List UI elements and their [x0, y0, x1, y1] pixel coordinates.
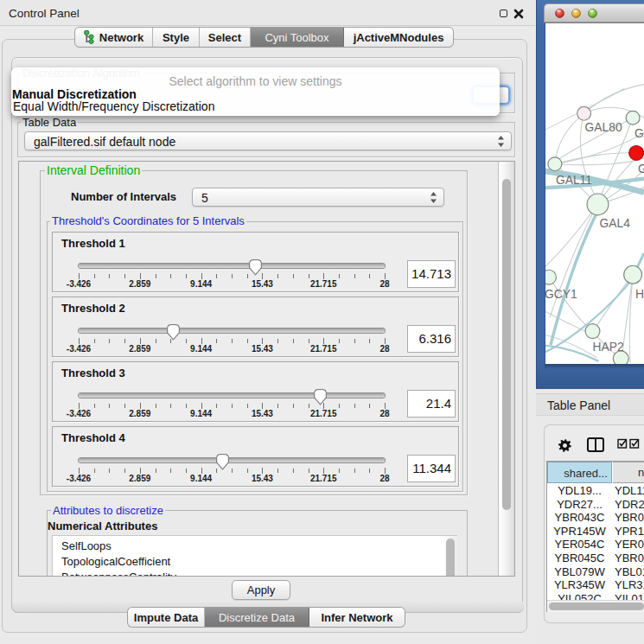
svg-text:GAL11: GAL11: [556, 173, 592, 187]
svg-text:G: G: [638, 162, 644, 175]
svg-text:HAP2: HAP2: [593, 340, 624, 354]
svg-text:GAL80: GAL80: [585, 120, 622, 134]
svg-text:HA: HA: [635, 287, 644, 301]
svg-text:GAL4: GAL4: [599, 216, 630, 230]
svg-text:GA: GA: [634, 126, 644, 140]
svg-text:GCY1: GCY1: [545, 287, 577, 301]
